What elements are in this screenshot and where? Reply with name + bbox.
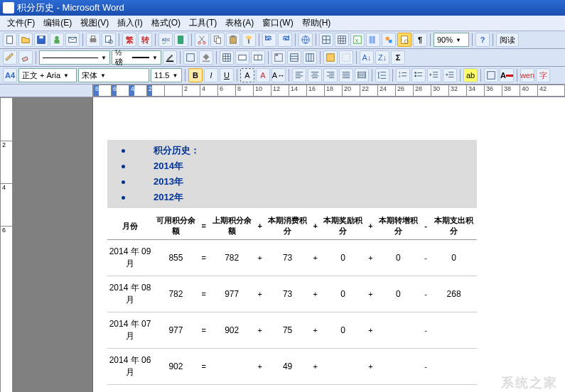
columns-button[interactable]: [366, 33, 380, 47]
increase-indent-button[interactable]: [443, 68, 457, 82]
copy-button[interactable]: [210, 33, 225, 47]
sort-desc-button[interactable]: Z↓: [375, 50, 389, 65]
research-button[interactable]: [174, 33, 188, 47]
menu-tools[interactable]: 工具(T): [185, 16, 221, 31]
insert-excel-button[interactable]: X: [350, 33, 365, 47]
save-button[interactable]: [34, 33, 48, 47]
numbering-button[interactable]: 12: [396, 68, 410, 82]
align-top-left-button[interactable]: [271, 50, 286, 65]
underline-button[interactable]: U: [220, 68, 234, 82]
cut-button[interactable]: [195, 33, 209, 47]
border-color-button[interactable]: [163, 50, 177, 65]
list-item[interactable]: 2012年: [107, 190, 477, 205]
menu-window[interactable]: 窗口(W): [258, 16, 297, 31]
outside-border-button-2[interactable]: [484, 68, 498, 82]
table-row[interactable]: 2014 年 09 月855=782+73+0+0-0: [107, 240, 477, 276]
align-center-button[interactable]: [308, 68, 322, 82]
permission-button[interactable]: [50, 33, 64, 47]
char-shading-button[interactable]: A: [256, 68, 270, 82]
italic-button[interactable]: I: [204, 68, 218, 82]
decrease-indent-button[interactable]: [427, 68, 441, 82]
phonetic-guide-button[interactable]: wen: [520, 68, 534, 82]
autosum-button[interactable]: Σ: [391, 50, 405, 65]
bullet-icon: [122, 149, 125, 153]
line-spacing-button[interactable]: [375, 68, 389, 82]
list-item[interactable]: 积分历史：: [107, 143, 477, 158]
draw-table-button[interactable]: [3, 50, 17, 65]
align-right-button[interactable]: [323, 68, 338, 82]
line-weight-combo[interactable]: ½ 磅▼: [112, 50, 161, 65]
table-row[interactable]: 2014 年 08 月782=977+73+0+0-268: [107, 276, 477, 312]
tables-borders-button[interactable]: [319, 33, 333, 47]
selection-highlight: 积分历史： 2014年 2013年 2012年: [107, 140, 477, 208]
align-justify-button[interactable]: [339, 68, 353, 82]
new-doc-button[interactable]: [3, 33, 17, 47]
autoformat-button[interactable]: [323, 50, 338, 65]
menu-file[interactable]: 文件(F): [3, 16, 39, 31]
distribute-button[interactable]: [355, 68, 369, 82]
paste-button[interactable]: [226, 33, 240, 47]
font-size-combo[interactable]: 11.5▼: [151, 68, 182, 82]
drawing-button[interactable]: [382, 33, 396, 47]
outside-border-button[interactable]: [183, 50, 198, 65]
list-item[interactable]: 2013年: [107, 174, 477, 190]
open-button[interactable]: [18, 33, 33, 47]
menu-table[interactable]: 表格(A): [221, 16, 258, 31]
redo-button[interactable]: [278, 33, 292, 47]
menu-help[interactable]: 帮助(H): [298, 16, 335, 31]
print-preview-button[interactable]: [102, 33, 116, 47]
show-formatting-button[interactable]: ¶: [413, 33, 427, 47]
bullet-icon: [122, 180, 125, 184]
insert-table-button[interactable]: [335, 33, 349, 47]
enclose-chars-button[interactable]: 字: [536, 68, 550, 82]
line-style-combo[interactable]: ▼: [39, 50, 110, 65]
svg-rect-24: [370, 36, 372, 44]
help-button[interactable]: ?: [475, 33, 490, 47]
style-combo[interactable]: 正文 + Aria▼: [18, 68, 77, 82]
format-painter-button[interactable]: [242, 33, 256, 47]
email-button[interactable]: [65, 33, 80, 47]
hyperlink-button[interactable]: [298, 33, 313, 47]
menu-edit[interactable]: 编辑(E): [39, 16, 76, 31]
merge-cells-button[interactable]: [235, 50, 249, 65]
print-button[interactable]: [86, 33, 100, 47]
font-color-button[interactable]: A: [500, 68, 514, 82]
svg-rect-18: [247, 36, 252, 39]
char-border-button[interactable]: A: [240, 68, 254, 82]
char-scale-button[interactable]: A↔: [271, 68, 286, 82]
menu-view[interactable]: 视图(V): [76, 16, 113, 31]
eraser-button[interactable]: [18, 50, 33, 65]
menu-insert[interactable]: 插入(I): [113, 16, 146, 31]
simp-trad-button[interactable]: 转: [138, 33, 152, 47]
highlight-button[interactable]: ab: [463, 68, 478, 82]
menu-bar: 文件(F) 编辑(E) 视图(V) 插入(I) 格式(O) 工具(T) 表格(A…: [0, 16, 565, 31]
hide-gridlines-button[interactable]: [339, 50, 353, 65]
table-row[interactable]: 2014 年 07 月977=902+75+0+-: [107, 312, 477, 349]
shading-color-button[interactable]: [199, 50, 213, 65]
split-cells-button[interactable]: [251, 50, 265, 65]
svg-text:abc: abc: [162, 37, 171, 42]
distribute-cols-button[interactable]: [303, 50, 317, 65]
bullets-button[interactable]: [411, 68, 426, 82]
document-page[interactable]: 积分历史： 2014年 2013年 2012年 月份 可用积分余额 = 上期积分…: [92, 97, 565, 392]
table-row[interactable]: 2014 年 06 月902=+49++-: [107, 349, 477, 385]
document-map-button[interactable]: [397, 33, 411, 47]
svg-rect-34: [223, 54, 231, 62]
styles-pane-button[interactable]: A4: [3, 68, 17, 82]
insert-table-button-2[interactable]: [220, 50, 234, 65]
svg-point-46: [414, 75, 416, 77]
trad-simp-button[interactable]: 繁: [122, 33, 136, 47]
menu-format[interactable]: 格式(O): [147, 16, 185, 31]
bold-button[interactable]: B: [188, 68, 203, 82]
list-item[interactable]: 2014年: [107, 158, 477, 174]
undo-button[interactable]: [262, 33, 276, 47]
align-left-button[interactable]: [292, 68, 306, 82]
spellcheck-button[interactable]: abc: [158, 33, 173, 47]
horizontal-ruler[interactable]: 8642246810121416182022242628303234363840…: [92, 85, 565, 97]
zoom-combo[interactable]: 90%▼: [434, 33, 469, 47]
font-combo[interactable]: 宋体▼: [78, 68, 149, 82]
read-mode-button[interactable]: 阅读: [496, 33, 519, 47]
sort-asc-button[interactable]: A↓: [360, 50, 374, 65]
vertical-ruler[interactable]: 246: [0, 97, 13, 392]
distribute-rows-button[interactable]: [287, 50, 301, 65]
